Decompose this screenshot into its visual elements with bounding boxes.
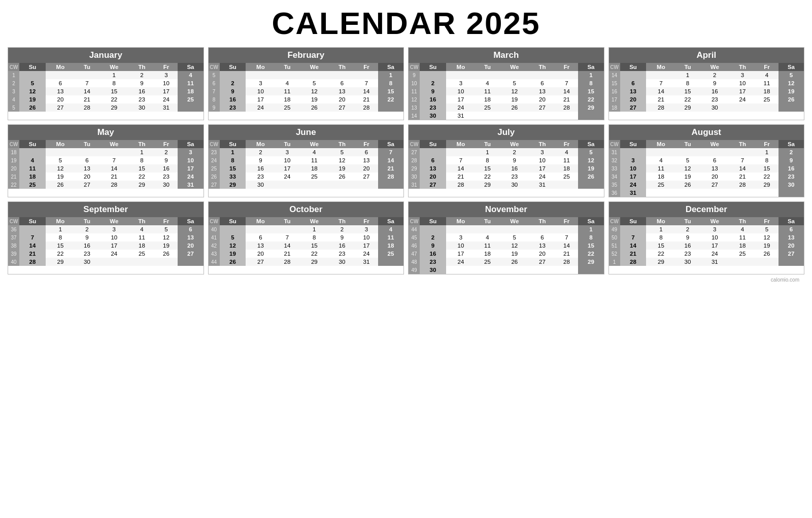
- week-row: 79101112131415: [209, 87, 404, 95]
- day-cell: [129, 258, 154, 266]
- cw-cell: 44: [209, 258, 220, 266]
- day-cell: 29: [675, 103, 699, 112]
- day-cell: 31: [154, 103, 178, 112]
- cw-cell: 19: [8, 156, 19, 164]
- day-cell: 4: [299, 148, 329, 156]
- week-row: 3310111213141516: [609, 164, 804, 172]
- sun-header: Su: [19, 140, 46, 148]
- sunday-cell: 7: [620, 233, 647, 241]
- sunday-cell: 9: [420, 87, 446, 95]
- saturday-cell: 19: [578, 164, 603, 172]
- sat-header: Sa: [779, 217, 804, 225]
- saturday-cell: 29: [578, 258, 603, 266]
- sunday-cell: 11: [19, 164, 46, 172]
- day-cell: 19: [154, 241, 178, 250]
- cw-cell: 18: [609, 103, 620, 112]
- sunday-cell: 16: [220, 95, 246, 103]
- cw-cell: 27: [409, 148, 420, 156]
- day-cell: [299, 71, 329, 79]
- day-cell: 3: [355, 225, 378, 233]
- month-table: CWSuMoTuWeThFrSa401234415678910114212131…: [209, 217, 404, 266]
- week-row: 102345678: [409, 79, 604, 87]
- day-header-mo: Mo: [646, 63, 675, 71]
- day-header-we: We: [499, 217, 529, 225]
- saturday-cell: 19: [779, 87, 804, 95]
- day-cell: 25: [275, 103, 299, 112]
- sun-header: Su: [220, 63, 246, 71]
- cw-header: CW: [8, 140, 19, 148]
- day-cell: 14: [275, 241, 299, 250]
- day-header-mo: Mo: [446, 217, 476, 225]
- day-header-fr: Fr: [755, 140, 779, 148]
- day-cell: 5: [755, 225, 779, 233]
- day-cell: 18: [555, 164, 578, 172]
- day-cell: 12: [299, 87, 329, 95]
- sat-header: Sa: [178, 140, 203, 148]
- day-cell: 18: [275, 95, 299, 103]
- day-cell: [555, 266, 578, 274]
- sunday-cell: 8: [220, 156, 246, 164]
- day-cell: [46, 71, 75, 79]
- cw-header: CW: [8, 217, 19, 225]
- day-cell: 15: [299, 241, 329, 250]
- cw-cell: 44: [409, 225, 420, 233]
- day-cell: 11: [299, 156, 329, 164]
- saturday-cell: 4: [178, 71, 203, 79]
- saturday-cell: 20: [178, 241, 203, 250]
- month-table: CWSuMoTuWeThFrSa181231945678910201112131…: [8, 140, 204, 189]
- week-row: 4212131415161718: [209, 241, 404, 250]
- day-header-mo: Mo: [246, 217, 275, 225]
- week-row: 2913141516171819: [409, 164, 604, 172]
- sun-header: Su: [220, 217, 246, 225]
- month-title: August: [609, 125, 804, 140]
- day-header-th: Th: [529, 63, 555, 71]
- cw-cell: 42: [209, 241, 220, 250]
- cw-cell: 14: [609, 71, 620, 79]
- day-cell: 9: [75, 233, 99, 241]
- month-block-october: OctoberCWSuMoTuWeThFrSa40123441567891011…: [208, 201, 404, 274]
- day-cell: 17: [730, 87, 755, 95]
- day-cell: 15: [99, 87, 129, 95]
- day-cell: 7: [646, 79, 675, 87]
- day-cell: 12: [46, 164, 75, 172]
- day-header-we: We: [99, 63, 129, 71]
- cw-cell: 12: [409, 95, 420, 103]
- day-header-th: Th: [129, 140, 154, 148]
- day-cell: [446, 148, 476, 156]
- cw-cell: 5: [209, 71, 220, 79]
- day-cell: 10: [446, 87, 476, 95]
- cw-cell: 38: [8, 241, 19, 250]
- week-row: 3921222324252627: [8, 250, 204, 258]
- cw-cell: 47: [409, 250, 420, 258]
- day-cell: 4: [476, 79, 499, 87]
- day-header-th: Th: [329, 217, 355, 225]
- sun-header: Su: [420, 217, 446, 225]
- month-table: CWSuMoTuWeThFrSa361234563778910111213381…: [8, 217, 204, 266]
- week-row: 272930: [209, 181, 404, 189]
- day-cell: 23: [675, 250, 699, 258]
- saturday-cell: [378, 258, 403, 266]
- day-cell: [555, 112, 578, 120]
- day-cell: 16: [246, 164, 275, 172]
- day-cell: 9: [129, 79, 154, 87]
- cw-cell: 14: [409, 112, 420, 120]
- month-title: March: [409, 48, 604, 63]
- saturday-cell: 12: [578, 156, 603, 164]
- day-cell: 2: [129, 71, 154, 79]
- cw-cell: 30: [409, 172, 420, 181]
- saturday-cell: 1: [578, 225, 603, 233]
- day-cell: 24: [154, 95, 178, 103]
- week-row: 401234: [209, 225, 404, 233]
- week-row: 5221222324252627: [609, 250, 804, 258]
- day-cell: 17: [355, 241, 378, 250]
- week-row: 4823242526272829: [409, 258, 604, 266]
- day-cell: 11: [646, 164, 675, 172]
- sunday-cell: 9: [220, 87, 246, 95]
- day-cell: 28: [75, 103, 99, 112]
- day-cell: 5: [675, 156, 699, 164]
- week-row: 44262728293031: [209, 258, 404, 266]
- day-cell: 12: [499, 87, 529, 95]
- day-cell: 22: [646, 250, 675, 258]
- day-cell: 21: [555, 250, 578, 258]
- saturday-cell: 1: [578, 71, 603, 79]
